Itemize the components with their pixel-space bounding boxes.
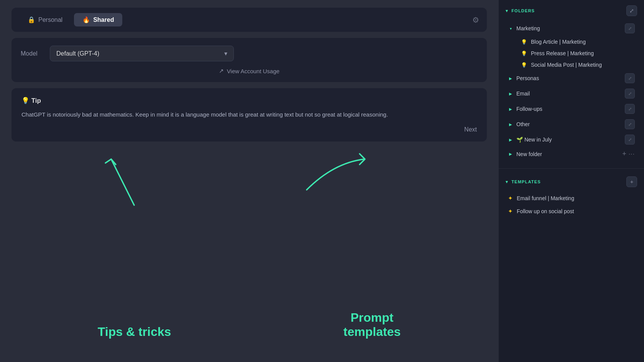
folder-name-new-in-july: 🌱 New in July [516,137,622,143]
chevron-down-icon: ▾ [224,50,227,57]
model-row: Model Default (GPT-4) ▾ [21,46,478,61]
templates-promo-item: Prompttemplates [343,311,401,339]
folders-header: ▾ FOLDERS ⤢ [506,5,637,16]
promo-area: Tips & tricks Prompttemplates [12,148,487,354]
template-name-email-funnel: Email funnel | Marketing [517,195,574,201]
folder-item-other[interactable]: ▶ Other ⤢ [506,117,637,132]
model-select-dropdown[interactable]: Default (GPT-4) ▾ [50,46,234,61]
templates-header: ▾ TEMPLATES + [506,176,637,187]
folder-item-new-in-july[interactable]: ▶ 🌱 New in July ⤢ [506,132,637,147]
lock-icon: 🔒 [28,16,35,23]
chevron-down-icon: ▾ [506,8,508,13]
sub-item-blog[interactable]: 💡 Blog Article | Marketing [506,36,637,48]
template-item-email-funnel[interactable]: ✦ Email funnel | Marketing [506,192,637,205]
tips-promo-item: Tips & tricks [98,325,171,339]
template-name-follow-up-social: Follow up on social post [517,208,574,214]
personal-tab-label: Personal [38,16,62,23]
bulb-icon: 💡 [521,62,527,68]
folder-name-new: New folder [516,151,619,157]
folder-more-options-button[interactable]: ··· [629,151,635,158]
chevron-down-icon: ▾ [506,179,508,184]
personas-expand-button[interactable]: ⤢ [625,73,635,83]
tips-label: Tips & tricks [98,325,171,339]
template-item-follow-up-social[interactable]: ✦ Follow up on social post [506,205,637,218]
folder-item-email[interactable]: ▶ Email ⤢ [506,86,637,101]
next-button[interactable]: Next [464,126,477,133]
new-in-july-expand-button[interactable]: ⤢ [625,135,635,145]
folder-name-followups: Follow-ups [516,106,622,112]
tab-group: 🔒 Personal 🔥 Shared [19,13,122,26]
folder-name-marketing: Marketing [516,25,622,31]
bulb-icon: 💡 [521,39,527,45]
tip-title: 💡 Tip [21,97,477,105]
templates-title: ▾ TEMPLATES [506,179,541,184]
email-expand-button[interactable]: ⤢ [625,89,635,99]
fire-icon: 🔥 [82,16,90,23]
main-panel: 🔒 Personal 🔥 Shared ⚙ Model Default (GPT… [0,0,498,362]
other-expand-button[interactable]: ⤢ [625,119,635,129]
chevron-right-icon: ▶ [508,76,513,81]
shared-tab-label: Shared [93,16,114,23]
section-divider [499,168,644,169]
sub-item-blog-name: Blog Article | Marketing [531,39,586,45]
sub-item-press-release[interactable]: 💡 Press Release | Marketing [506,48,637,59]
view-usage-label: View Account Usage [227,68,279,74]
followups-expand-button[interactable]: ⤢ [625,104,635,114]
folder-item-marketing[interactable]: ▾ Marketing ⤢ [506,21,637,36]
new-folder-actions: + ··· [622,150,635,158]
templates-arrow-icon [303,140,387,201]
model-value: Default (GPT-4) [56,50,99,57]
add-template-button[interactable]: + [626,176,637,187]
right-sidebar: ▾ FOLDERS ⤢ ▾ Marketing ⤢ 💡 Blog Article… [498,0,644,362]
model-card: Model Default (GPT-4) ▾ ↗ View Account U… [12,38,487,82]
marketing-expand-button[interactable]: ⤢ [625,23,635,33]
chevron-right-icon: ▶ [508,122,513,127]
tip-body: ChatGPT is notoriously bad at mathematic… [21,110,477,119]
folder-item-personas[interactable]: ▶ Personas ⤢ [506,71,637,86]
sub-item-press-release-name: Press Release | Marketing [531,50,594,56]
star-icon: ✦ [508,195,513,202]
folder-name-personas: Personas [516,75,622,81]
chevron-right-icon: ▶ [508,138,513,142]
chevron-right-icon: ▶ [508,92,513,96]
folders-title: ▾ FOLDERS [506,8,535,13]
external-link-icon: ↗ [219,67,224,74]
folders-section: ▾ FOLDERS ⤢ ▾ Marketing ⤢ 💡 Blog Article… [499,0,644,166]
tab-bar: 🔒 Personal 🔥 Shared ⚙ [12,8,487,32]
templates-label: Prompttemplates [343,311,401,339]
tip-next-area: Next [21,126,477,133]
personal-tab[interactable]: 🔒 Personal [19,13,71,26]
sub-item-social-media-name: Social Media Post | Marketing [531,62,602,68]
bulb-icon: 💡 [521,51,527,56]
star-icon: ✦ [508,208,513,215]
chevron-right-icon: ▶ [508,152,513,156]
model-label: Model [21,50,44,57]
view-usage-button[interactable]: ↗ View Account Usage [21,67,478,74]
tip-card: 💡 Tip ChatGPT is notoriously bad at math… [12,88,487,142]
templates-section: ▾ TEMPLATES + ✦ Email funnel | Marketing… [499,171,644,223]
folder-item-followups[interactable]: ▶ Follow-ups ⤢ [506,101,637,117]
folder-name-other: Other [516,121,622,127]
new-folder-row[interactable]: ▶ New folder + ··· [506,147,637,161]
add-new-folder-button[interactable]: + [622,150,626,158]
folders-expand-button[interactable]: ⤢ [626,5,637,16]
settings-icon[interactable]: ⚙ [472,15,479,25]
chevron-right-icon: ▶ [508,107,513,111]
shared-tab[interactable]: 🔥 Shared [74,13,122,26]
tips-arrow-icon [100,151,169,213]
sub-item-social-media[interactable]: 💡 Social Media Post | Marketing [506,59,637,71]
folder-name-email: Email [516,90,622,97]
chevron-down-icon: ▾ [508,26,513,31]
